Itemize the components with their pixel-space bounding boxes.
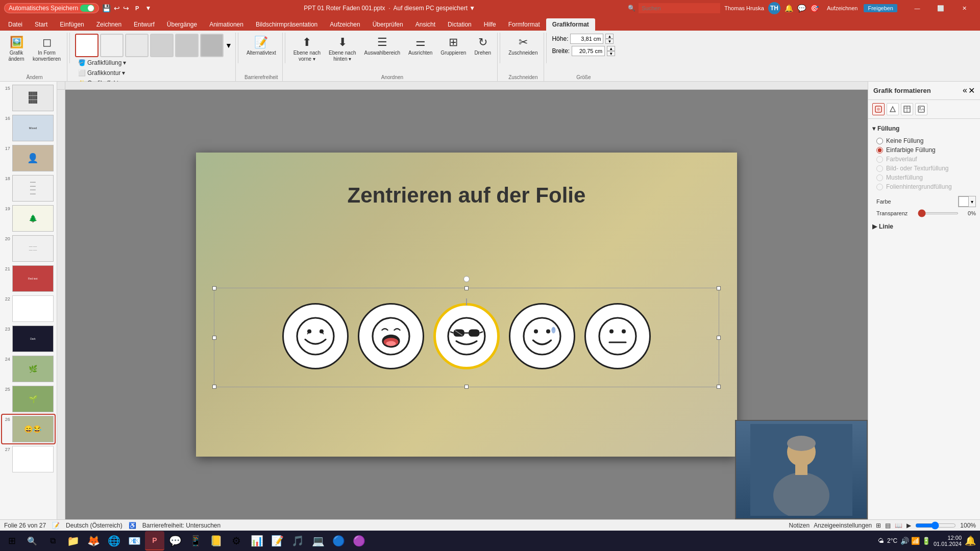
- slide-thumb-24[interactable]: 24 🌿: [2, 355, 55, 383]
- tab-einfuegen[interactable]: Einfügen: [54, 18, 90, 31]
- undo-icon[interactable]: ↩: [114, 4, 120, 12]
- breite-up[interactable]: ▲: [607, 46, 615, 51]
- emoji-face-1[interactable]: [282, 303, 349, 369]
- taskview-button[interactable]: ⧉: [43, 531, 62, 550]
- present-icon[interactable]: 🎯: [810, 4, 819, 12]
- transparenz-slider[interactable]: [918, 212, 959, 214]
- einfarbige-fuellung-option[interactable]: Einfarbige Füllung: [876, 146, 976, 154]
- tab-aufzeichen[interactable]: Aufzeichen: [324, 18, 366, 31]
- slide-thumb-16[interactable]: 16 Mixed: [2, 114, 55, 142]
- save-icon[interactable]: 💾: [102, 4, 111, 12]
- drehen-button[interactable]: ↻ Drehen: [471, 34, 494, 58]
- view-reading-icon[interactable]: 📖: [895, 522, 902, 529]
- tab-grafikformat[interactable]: Grafikformat: [546, 18, 595, 31]
- notification-button[interactable]: 🔔: [965, 535, 976, 546]
- close-button[interactable]: ✕: [952, 0, 976, 16]
- tab-zeichnen[interactable]: Zeichnen: [90, 18, 128, 31]
- presets-more-icon[interactable]: ▼: [225, 41, 232, 49]
- breite-down[interactable]: ▼: [607, 51, 615, 56]
- slide-thumb-22[interactable]: 22: [2, 294, 55, 323]
- ebene-vorne-button[interactable]: ⬆ Ebene nachvorne ▾: [290, 34, 324, 64]
- breite-input[interactable]: [572, 46, 605, 56]
- explorer-button[interactable]: 📁: [63, 531, 83, 550]
- einfarbige-fuellung-radio[interactable]: [876, 147, 883, 154]
- hoehe-input[interactable]: [570, 34, 603, 44]
- comments-icon[interactable]: 💬: [797, 4, 806, 12]
- shape-preset-3[interactable]: [125, 34, 149, 57]
- tab-formformat[interactable]: Formformat: [502, 18, 546, 31]
- quick-access-more[interactable]: ▼: [145, 5, 151, 12]
- tab-dictation[interactable]: Dictation: [442, 18, 478, 31]
- gruppieren-button[interactable]: ⊞ Gruppieren: [437, 34, 469, 58]
- alternativtext-button[interactable]: 📝 Alternativtext: [243, 34, 279, 58]
- outlook-button[interactable]: 📧: [125, 531, 144, 550]
- view-normal-icon[interactable]: ⊞: [876, 522, 881, 529]
- shape-preset-4[interactable]: [150, 34, 174, 57]
- tab-ansicht[interactable]: Ansicht: [409, 18, 442, 31]
- view-slide-icon[interactable]: ▤: [885, 522, 891, 529]
- keine-fuellung-option[interactable]: Keine Füllung: [876, 137, 976, 144]
- search-bar[interactable]: 🔍: [628, 3, 720, 13]
- panel-close-icon[interactable]: ✕: [968, 86, 975, 95]
- shape-preset-1[interactable]: [75, 34, 99, 57]
- view-presentation-icon[interactable]: ▶: [906, 522, 911, 529]
- hoehe-down[interactable]: ▼: [605, 39, 614, 44]
- maximize-button[interactable]: ⬜: [929, 0, 952, 16]
- slide-thumb-21[interactable]: 21 Red text: [2, 264, 55, 293]
- slide-thumb-23[interactable]: 23 Dark: [2, 324, 55, 353]
- keine-fuellung-radio[interactable]: [876, 138, 883, 144]
- color-dropdown-arrow[interactable]: ▾: [969, 198, 975, 206]
- emoji-face-5[interactable]: [584, 303, 651, 369]
- linie-header[interactable]: ▶ Linie: [872, 221, 976, 232]
- tab-ueberpruefen[interactable]: Überprüfen: [366, 18, 409, 31]
- grafikkontur-btn[interactable]: ⬜ Grafikkontur ▾: [75, 68, 130, 78]
- firefox-button[interactable]: 🦊: [84, 531, 103, 550]
- panel-tab-image[interactable]: [915, 103, 927, 115]
- user-avatar[interactable]: TH: [768, 2, 780, 14]
- aufzeichnen-btn[interactable]: Aufzeichnen: [823, 4, 862, 12]
- emoji-face-2[interactable]: [358, 303, 424, 369]
- slide-thumb-15[interactable]: 15 ████████████: [2, 84, 55, 112]
- hoehe-up[interactable]: ▲: [605, 34, 614, 39]
- slide-thumb-27[interactable]: 27: [2, 445, 55, 473]
- ausrichten-button[interactable]: ⚌ Ausrichten: [405, 34, 435, 58]
- redo-icon[interactable]: ↪: [123, 4, 129, 12]
- powerpoint-taskbar-button[interactable]: P: [145, 531, 164, 550]
- tab-hilfe[interactable]: Hilfe: [478, 18, 502, 31]
- slide-thumb-26[interactable]: 26 😄😂: [2, 415, 55, 443]
- color-picker-btn[interactable]: ▾: [958, 196, 976, 207]
- tab-bildschirm[interactable]: Bildschirmpräsentation: [250, 18, 324, 31]
- app18-button[interactable]: 🟣: [349, 531, 369, 550]
- slide-thumb-20[interactable]: 20 ── ──── ──: [2, 234, 55, 263]
- panel-tab-paint[interactable]: [872, 103, 885, 115]
- notes-btn[interactable]: Notizen: [789, 522, 810, 529]
- slide-thumb-17[interactable]: 17 👤: [2, 144, 55, 172]
- emoji-face-4[interactable]: [509, 303, 575, 369]
- zoom-slider[interactable]: [915, 521, 956, 530]
- chrome-button[interactable]: 🌐: [104, 531, 124, 550]
- tab-uebergaenge[interactable]: Übergänge: [161, 18, 203, 31]
- panel-tab-table[interactable]: [901, 103, 913, 115]
- slide-thumb-25[interactable]: 25 🌱: [2, 385, 55, 413]
- search-input[interactable]: [639, 3, 720, 13]
- shape-preset-2[interactable]: [100, 34, 124, 57]
- onenote-button[interactable]: 📒: [206, 531, 226, 550]
- view-settings-btn[interactable]: Anzeigeeinstellungen: [814, 522, 872, 529]
- shape-preset-5[interactable]: [175, 34, 199, 57]
- zuschneiden-button[interactable]: ✂ Zuschneiden: [505, 34, 541, 58]
- excel-button[interactable]: 📊: [247, 531, 266, 550]
- autosave-toggle-switch[interactable]: [80, 5, 94, 12]
- slide-thumb-19[interactable]: 19 🌲: [2, 204, 55, 233]
- phone-button[interactable]: 📱: [186, 531, 205, 550]
- tab-datei[interactable]: Datei: [2, 18, 29, 31]
- grafikfuellung-btn[interactable]: 🪣 Grafikfüllung ▾: [75, 58, 130, 67]
- windows-start-button[interactable]: ⊞: [2, 531, 21, 550]
- teams-button[interactable]: 💬: [165, 531, 185, 550]
- panel-collapse-icon[interactable]: «: [963, 86, 967, 95]
- app17-button[interactable]: 🔵: [329, 531, 348, 550]
- app15-button[interactable]: 🎵: [288, 531, 307, 550]
- auswahlbereich-button[interactable]: ☰ Auswahlbereich: [361, 34, 403, 58]
- settings-button[interactable]: ⚙: [227, 531, 246, 550]
- emoji-face-3[interactable]: [433, 303, 500, 369]
- panel-tab-shape[interactable]: [887, 103, 899, 115]
